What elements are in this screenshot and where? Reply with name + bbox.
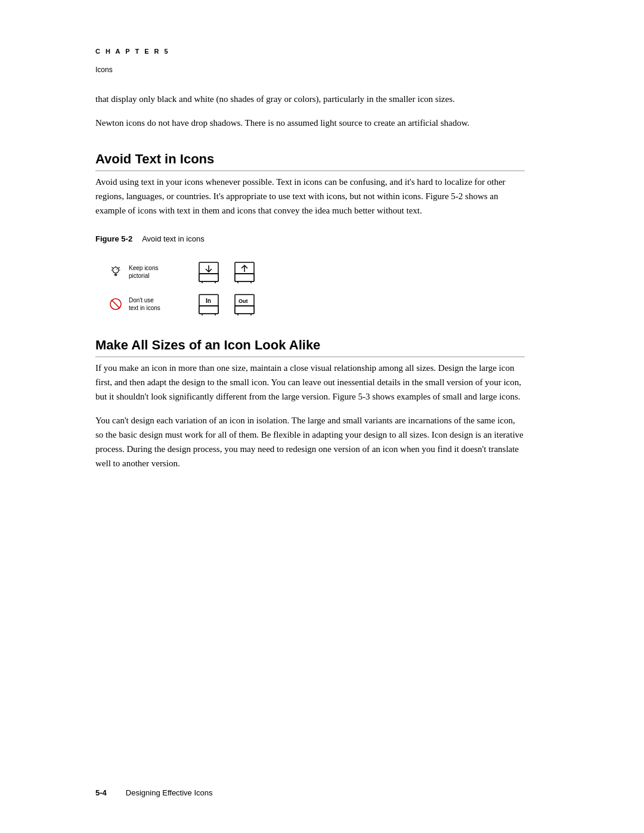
svg-text:Out: Out: [239, 298, 248, 304]
figure-5-2: Figure 5-2 Avoid text in icons: [95, 234, 572, 316]
keep-icons-pictorial-icon: [107, 264, 124, 280]
icon-row-keep: Keep icons pictorial: [107, 260, 572, 284]
svg-rect-11: [199, 274, 218, 281]
svg-point-9: [116, 268, 118, 270]
section2-para-1: If you make an icon in more than one siz…: [95, 361, 525, 404]
page-footer: 5-4 Designing Effective Icons: [0, 788, 644, 797]
svg-line-23: [112, 300, 120, 308]
svg-point-0: [113, 267, 119, 273]
svg-text:In: In: [206, 298, 211, 304]
intro-para-2: Newton icons do not have drop shadows. T…: [95, 116, 525, 130]
section1-heading: Avoid Text in Icons: [95, 151, 525, 171]
svg-rect-31: [235, 306, 254, 314]
outbox-clean-icon: [233, 260, 256, 284]
section-label: Icons: [95, 66, 572, 74]
icon-row-dont: Don't use text in icons In: [107, 292, 572, 316]
footer-section-title: Designing Effective Icons: [126, 788, 213, 797]
intro-para-1: that display only black and white (no sh…: [95, 92, 525, 106]
svg-line-5: [112, 267, 113, 268]
keep-icons-annotation: Keep icons pictorial: [107, 264, 185, 280]
icon-rows: Keep icons pictorial: [107, 260, 572, 316]
section2-para-2: You can't design each variation of an ic…: [95, 413, 525, 470]
page: C H A P T E R 5 Icons that display only …: [0, 0, 644, 833]
inbox-text-icon: In: [197, 292, 221, 316]
figure-label: Figure 5-2: [95, 234, 132, 243]
section2-heading: Make All Sizes of an Icon Look Alike: [95, 337, 525, 357]
dont-use-label: Don't use text in icons: [129, 296, 160, 312]
figure-caption-row: Figure 5-2 Avoid text in icons: [95, 234, 572, 243]
svg-rect-17: [235, 274, 254, 281]
dont-use-text-icon: [107, 296, 124, 312]
chapter-label: C H A P T E R 5: [95, 48, 572, 55]
figure-caption-text: Avoid text in icons: [142, 234, 205, 243]
outbox-text-icon: Out: [233, 292, 256, 316]
svg-line-6: [119, 267, 120, 268]
inbox-clean-icon: [197, 260, 221, 284]
keep-icons-label: Keep icons pictorial: [129, 264, 158, 280]
footer-page-num: 5-4: [95, 788, 107, 797]
svg-rect-25: [199, 306, 218, 314]
dont-use-annotation: Don't use text in icons: [107, 296, 185, 312]
section1-para-1: Avoid using text in your icons whenever …: [95, 175, 525, 218]
